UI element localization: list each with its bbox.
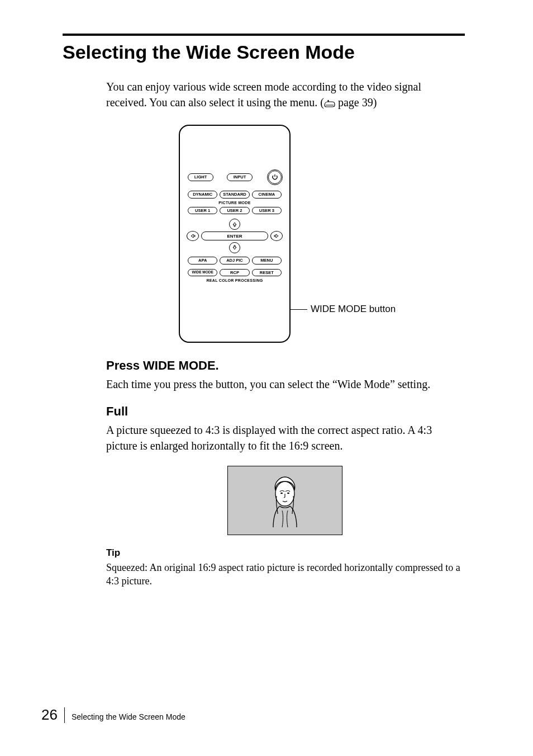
arrow-left-icon <box>190 233 196 239</box>
intro-pageref: page 39) <box>335 96 377 108</box>
user3-button: USER 3 <box>252 207 282 215</box>
arrow-down-icon <box>232 245 237 251</box>
remote-figure-row: LIGHT INPUT DYNAMIC STANDARD CINEMA PICT… <box>179 125 464 343</box>
remote-row-3: USER 1 USER 2 USER 3 <box>187 207 283 215</box>
intro-paragraph: You can enjoy various wide screen mode a… <box>106 79 464 111</box>
dpad-center-row: ENTER <box>187 231 283 241</box>
intro-text-2: received. You can also select it using t… <box>106 96 324 108</box>
aspect-box <box>227 466 342 535</box>
callout-text: WIDE MODE button <box>311 304 396 315</box>
remote-row-2: DYNAMIC STANDARD CINEMA <box>187 191 283 199</box>
menu-button: MENU <box>252 257 282 264</box>
callout-line <box>291 309 307 310</box>
picture-mode-label: PICTURE MODE <box>187 201 283 205</box>
power-button <box>267 169 283 185</box>
wide-mode-button: WIDE MODE <box>188 269 217 276</box>
input-button: INPUT <box>227 173 253 181</box>
apa-button: APA <box>188 257 217 264</box>
user1-button: USER 1 <box>188 207 217 215</box>
remote-row-5: WIDE MODE RCP RESET <box>187 269 283 277</box>
arrow-up-icon <box>232 221 237 227</box>
dynamic-button: DYNAMIC <box>188 191 217 199</box>
page-content: Selecting the Wide Screen Mode You can e… <box>63 34 465 588</box>
step-body: Each time you press the button, you can … <box>106 376 464 392</box>
cinema-button: CINEMA <box>252 191 282 199</box>
left-arrow-button <box>187 231 199 241</box>
tip-label: Tip <box>106 547 464 559</box>
crossref-icon <box>324 96 335 111</box>
user2-button: USER 2 <box>220 207 249 215</box>
mode-heading: Full <box>106 404 464 419</box>
svg-point-2 <box>287 493 289 494</box>
intro-text-1: You can enjoy various wide screen mode a… <box>106 81 421 93</box>
down-arrow-button <box>229 242 240 253</box>
up-arrow-button <box>229 219 240 230</box>
reset-button: RESET <box>252 269 282 277</box>
callout: WIDE MODE button <box>291 304 396 315</box>
rcp-button: RCP <box>220 269 249 277</box>
enter-button: ENTER <box>201 231 268 240</box>
step-heading: Press WIDE MODE. <box>106 358 464 373</box>
remote-row-4: APA ADJ PIC MENU <box>187 257 283 264</box>
remote-row-1: LIGHT INPUT <box>187 169 283 185</box>
face-icon <box>270 474 300 527</box>
footer-title: Selecting the Wide Screen Mode <box>72 712 185 721</box>
page-title: Selecting the Wide Screen Mode <box>63 41 465 63</box>
dpad: ENTER <box>187 219 283 253</box>
content-indent: You can enjoy various wide screen mode a… <box>106 79 464 588</box>
standard-button: STANDARD <box>220 191 249 199</box>
mode-body: A picture squeezed to 4:3 is displayed w… <box>106 422 464 453</box>
power-icon <box>271 173 279 181</box>
light-button: LIGHT <box>188 173 213 181</box>
adj-pic-button: ADJ PIC <box>220 257 249 264</box>
footer: 26 Selecting the Wide Screen Mode <box>41 706 185 724</box>
footer-divider <box>64 707 65 723</box>
arrow-right-icon <box>274 233 279 239</box>
remote-control-figure: LIGHT INPUT DYNAMIC STANDARD CINEMA PICT… <box>179 125 291 343</box>
svg-point-1 <box>280 493 283 494</box>
aspect-figure <box>227 466 342 535</box>
rcp-label: REAL COLOR PROCESSING <box>187 278 283 282</box>
top-rule <box>63 34 465 36</box>
tip-body: Squeezed: An original 16:9 aspect ratio … <box>106 561 464 588</box>
page-number: 26 <box>41 706 64 724</box>
right-arrow-button <box>270 231 283 241</box>
